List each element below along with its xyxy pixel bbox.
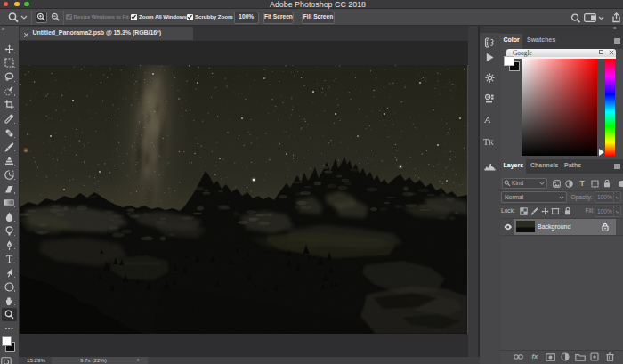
svg-text:T: T (5, 254, 12, 263)
